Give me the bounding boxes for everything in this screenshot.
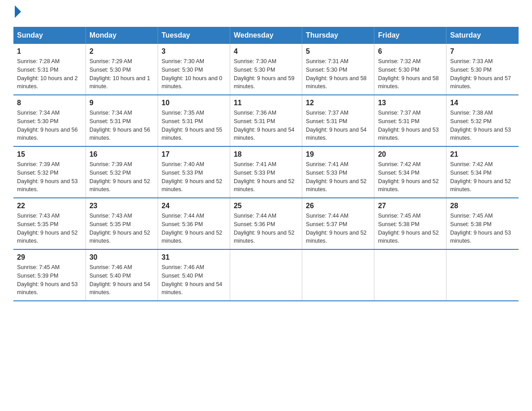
calendar-cell: 17 Sunrise: 7:40 AM Sunset: 5:33 PM Dayl…: [158, 146, 230, 198]
calendar-week-row: 29 Sunrise: 7:45 AM Sunset: 5:39 PM Dayl…: [13, 249, 519, 301]
calendar-cell: 9 Sunrise: 7:34 AM Sunset: 5:31 PM Dayli…: [86, 95, 158, 146]
calendar-cell: 31 Sunrise: 7:46 AM Sunset: 5:40 PM Dayl…: [158, 249, 230, 301]
day-number: 24: [162, 202, 226, 210]
calendar-cell: 15 Sunrise: 7:39 AM Sunset: 5:32 PM Dayl…: [13, 146, 86, 198]
calendar-cell: [446, 249, 519, 301]
day-number: 9: [90, 99, 154, 107]
calendar-cell: 1 Sunrise: 7:28 AM Sunset: 5:31 PM Dayli…: [13, 44, 86, 95]
day-info: Sunrise: 7:46 AM Sunset: 5:40 PM Dayligh…: [162, 263, 226, 297]
day-number: 28: [450, 202, 515, 210]
calendar-cell: [230, 249, 302, 301]
day-info: Sunrise: 7:36 AM Sunset: 5:31 PM Dayligh…: [234, 109, 298, 142]
day-info: Sunrise: 7:40 AM Sunset: 5:33 PM Dayligh…: [162, 160, 226, 194]
day-info: Sunrise: 7:45 AM Sunset: 5:38 PM Dayligh…: [378, 212, 442, 245]
day-number: 18: [234, 150, 298, 158]
day-info: Sunrise: 7:35 AM Sunset: 5:31 PM Dayligh…: [162, 109, 226, 142]
calendar-cell: [374, 249, 446, 301]
weekday-header-thursday: Thursday: [302, 27, 374, 44]
page-header: [13, 9, 519, 18]
day-info: Sunrise: 7:30 AM Sunset: 5:30 PM Dayligh…: [234, 57, 298, 91]
day-number: 21: [450, 150, 515, 158]
calendar-cell: 13 Sunrise: 7:37 AM Sunset: 5:31 PM Dayl…: [374, 95, 446, 146]
day-number: 31: [162, 253, 226, 261]
day-number: 29: [17, 253, 82, 261]
calendar-week-row: 15 Sunrise: 7:39 AM Sunset: 5:32 PM Dayl…: [13, 146, 519, 198]
calendar-cell: 4 Sunrise: 7:30 AM Sunset: 5:30 PM Dayli…: [230, 44, 302, 95]
day-number: 27: [378, 202, 442, 210]
day-number: 20: [378, 150, 442, 158]
calendar-cell: 23 Sunrise: 7:43 AM Sunset: 5:35 PM Dayl…: [86, 198, 158, 249]
day-number: 10: [162, 99, 226, 107]
calendar-cell: 16 Sunrise: 7:39 AM Sunset: 5:32 PM Dayl…: [86, 146, 158, 198]
calendar-cell: 7 Sunrise: 7:33 AM Sunset: 5:30 PM Dayli…: [446, 44, 519, 95]
day-info: Sunrise: 7:44 AM Sunset: 5:36 PM Dayligh…: [162, 212, 226, 245]
day-number: 1: [17, 47, 82, 56]
day-number: 11: [234, 99, 298, 107]
day-number: 13: [378, 99, 442, 107]
day-info: Sunrise: 7:32 AM Sunset: 5:30 PM Dayligh…: [378, 57, 442, 91]
day-number: 22: [17, 202, 82, 210]
day-number: 4: [234, 47, 298, 56]
calendar-cell: 25 Sunrise: 7:44 AM Sunset: 5:36 PM Dayl…: [230, 198, 302, 249]
calendar-cell: 27 Sunrise: 7:45 AM Sunset: 5:38 PM Dayl…: [374, 198, 446, 249]
day-number: 5: [306, 47, 370, 56]
calendar-week-row: 22 Sunrise: 7:43 AM Sunset: 5:35 PM Dayl…: [13, 198, 519, 249]
calendar-cell: 26 Sunrise: 7:44 AM Sunset: 5:37 PM Dayl…: [302, 198, 374, 249]
calendar-week-row: 1 Sunrise: 7:28 AM Sunset: 5:31 PM Dayli…: [13, 44, 519, 95]
day-number: 2: [90, 47, 154, 56]
calendar-cell: 28 Sunrise: 7:45 AM Sunset: 5:38 PM Dayl…: [446, 198, 519, 249]
day-number: 14: [450, 99, 515, 107]
calendar-cell: 30 Sunrise: 7:46 AM Sunset: 5:40 PM Dayl…: [86, 249, 158, 301]
weekday-header-monday: Monday: [86, 27, 158, 44]
day-info: Sunrise: 7:41 AM Sunset: 5:33 PM Dayligh…: [306, 160, 370, 194]
logo-arrow-icon: [15, 5, 21, 18]
day-info: Sunrise: 7:28 AM Sunset: 5:31 PM Dayligh…: [17, 57, 82, 91]
calendar-cell: 8 Sunrise: 7:34 AM Sunset: 5:30 PM Dayli…: [13, 95, 86, 146]
day-number: 23: [90, 202, 154, 210]
day-info: Sunrise: 7:31 AM Sunset: 5:30 PM Dayligh…: [306, 57, 370, 91]
day-info: Sunrise: 7:41 AM Sunset: 5:33 PM Dayligh…: [234, 160, 298, 194]
day-number: 17: [162, 150, 226, 158]
day-number: 12: [306, 99, 370, 107]
day-info: Sunrise: 7:34 AM Sunset: 5:30 PM Dayligh…: [17, 109, 82, 142]
calendar-table: SundayMondayTuesdayWednesdayThursdayFrid…: [13, 27, 519, 301]
weekday-header-sunday: Sunday: [13, 27, 86, 44]
day-info: Sunrise: 7:39 AM Sunset: 5:32 PM Dayligh…: [90, 160, 154, 194]
day-info: Sunrise: 7:30 AM Sunset: 5:30 PM Dayligh…: [162, 57, 226, 91]
calendar-cell: 2 Sunrise: 7:29 AM Sunset: 5:30 PM Dayli…: [86, 44, 158, 95]
calendar-cell: 12 Sunrise: 7:37 AM Sunset: 5:31 PM Dayl…: [302, 95, 374, 146]
day-number: 30: [90, 253, 154, 261]
day-info: Sunrise: 7:39 AM Sunset: 5:32 PM Dayligh…: [17, 160, 82, 194]
day-info: Sunrise: 7:34 AM Sunset: 5:31 PM Dayligh…: [90, 109, 154, 142]
day-number: 7: [450, 47, 515, 56]
day-info: Sunrise: 7:46 AM Sunset: 5:40 PM Dayligh…: [90, 263, 154, 297]
calendar-cell: 24 Sunrise: 7:44 AM Sunset: 5:36 PM Dayl…: [158, 198, 230, 249]
day-number: 25: [234, 202, 298, 210]
day-number: 26: [306, 202, 370, 210]
logo: [13, 9, 21, 18]
day-number: 19: [306, 150, 370, 158]
weekday-header-wednesday: Wednesday: [230, 27, 302, 44]
calendar-week-row: 8 Sunrise: 7:34 AM Sunset: 5:30 PM Dayli…: [13, 95, 519, 146]
calendar-cell: 22 Sunrise: 7:43 AM Sunset: 5:35 PM Dayl…: [13, 198, 86, 249]
calendar-cell: 10 Sunrise: 7:35 AM Sunset: 5:31 PM Dayl…: [158, 95, 230, 146]
calendar-cell: 29 Sunrise: 7:45 AM Sunset: 5:39 PM Dayl…: [13, 249, 86, 301]
calendar-cell: 20 Sunrise: 7:42 AM Sunset: 5:34 PM Dayl…: [374, 146, 446, 198]
day-info: Sunrise: 7:44 AM Sunset: 5:36 PM Dayligh…: [234, 212, 298, 245]
day-info: Sunrise: 7:37 AM Sunset: 5:31 PM Dayligh…: [378, 109, 442, 142]
day-info: Sunrise: 7:37 AM Sunset: 5:31 PM Dayligh…: [306, 109, 370, 142]
day-number: 8: [17, 99, 82, 107]
weekday-header-row: SundayMondayTuesdayWednesdayThursdayFrid…: [13, 27, 519, 44]
day-info: Sunrise: 7:44 AM Sunset: 5:37 PM Dayligh…: [306, 212, 370, 245]
calendar-cell: 3 Sunrise: 7:30 AM Sunset: 5:30 PM Dayli…: [158, 44, 230, 95]
day-number: 15: [17, 150, 82, 158]
day-info: Sunrise: 7:29 AM Sunset: 5:30 PM Dayligh…: [90, 57, 154, 91]
calendar-cell: 14 Sunrise: 7:38 AM Sunset: 5:32 PM Dayl…: [446, 95, 519, 146]
day-info: Sunrise: 7:42 AM Sunset: 5:34 PM Dayligh…: [378, 160, 442, 194]
calendar-cell: 11 Sunrise: 7:36 AM Sunset: 5:31 PM Dayl…: [230, 95, 302, 146]
calendar-cell: 18 Sunrise: 7:41 AM Sunset: 5:33 PM Dayl…: [230, 146, 302, 198]
weekday-header-tuesday: Tuesday: [158, 27, 230, 44]
calendar-cell: [302, 249, 374, 301]
calendar-cell: 6 Sunrise: 7:32 AM Sunset: 5:30 PM Dayli…: [374, 44, 446, 95]
weekday-header-saturday: Saturday: [446, 27, 519, 44]
